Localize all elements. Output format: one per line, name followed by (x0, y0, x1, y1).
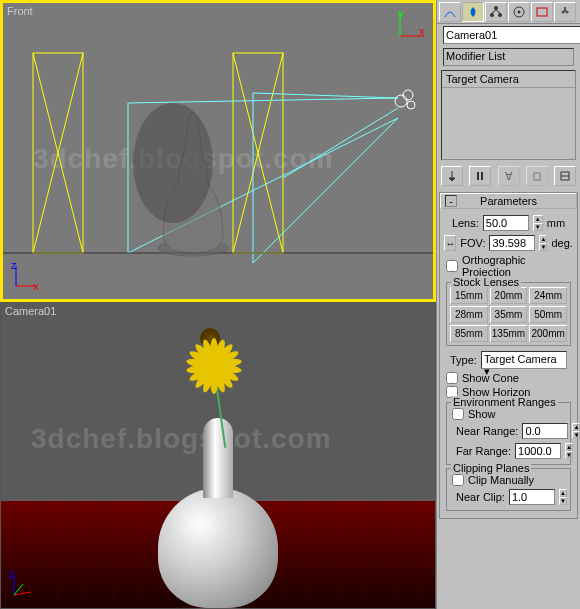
far-range-label: Far Range: (456, 445, 511, 457)
svg-text:z: z (11, 261, 17, 271)
svg-point-12 (133, 103, 213, 223)
far-range-input[interactable] (515, 443, 561, 459)
vase-object (153, 408, 283, 608)
camera-type-dropdown[interactable]: Target Camera ▾ (481, 351, 567, 369)
clip-manually-checkbox[interactable] (452, 474, 464, 486)
lens-spinner[interactable]: ▲▼ (533, 215, 543, 231)
parameters-header[interactable]: - Parameters (440, 193, 577, 209)
pin-stack-button[interactable] (441, 166, 463, 186)
near-clip-input[interactable] (509, 489, 555, 505)
svg-point-8 (403, 90, 413, 100)
tab-utilities[interactable] (554, 2, 576, 22)
env-show-checkbox[interactable] (452, 408, 464, 420)
lens-24mm[interactable]: 24mm (529, 287, 567, 304)
svg-rect-30 (537, 8, 547, 16)
modifier-stack[interactable]: Target Camera (441, 70, 576, 160)
near-range-spinner[interactable]: ▲▼ (572, 423, 580, 439)
command-panel: Modifier List Target Camera ∀ - Paramete… (436, 0, 580, 609)
svg-text:y: y (398, 9, 404, 19)
tab-hierarchy[interactable] (485, 2, 507, 22)
object-name-field[interactable] (443, 26, 580, 44)
svg-point-29 (518, 11, 521, 14)
lens-135mm[interactable]: 135mm (490, 325, 528, 342)
tab-modify[interactable] (462, 2, 484, 22)
svg-text:x: x (419, 25, 425, 37)
viewport-camera[interactable]: Camera01 3dchef.blogspot.com (0, 302, 436, 609)
tab-create[interactable] (439, 2, 461, 22)
lens-200mm[interactable]: 200mm (529, 325, 567, 342)
tab-motion[interactable] (508, 2, 530, 22)
remove-modifier-button[interactable] (526, 166, 548, 186)
front-scene (3, 3, 433, 299)
near-range-label: Near Range: (456, 425, 518, 437)
stock-lenses-group: Stock Lenses 15mm 20mm 24mm 28mm 35mm 50… (446, 282, 571, 346)
type-label: Type: (450, 354, 477, 366)
fov-spinner[interactable]: ▲▼ (539, 235, 547, 251)
fov-direction-button[interactable]: ↔ (444, 235, 456, 251)
svg-rect-32 (481, 172, 483, 180)
viewport-label-front: Front (7, 5, 33, 17)
lens-50mm[interactable]: 50mm (529, 306, 567, 323)
svg-rect-31 (477, 172, 479, 180)
near-clip-spinner[interactable]: ▲▼ (559, 489, 567, 505)
tab-display[interactable] (531, 2, 553, 22)
svg-line-6 (283, 108, 398, 178)
show-end-result-button[interactable] (469, 166, 491, 186)
parameters-rollout: - Parameters Lens: ▲▼ mm ↔ FOV: ▲▼ deg. (439, 192, 578, 519)
viewport-front[interactable]: Front 3dchef.blogspot.com (0, 0, 436, 302)
lens-label: Lens: (452, 217, 479, 229)
stack-item-camera[interactable]: Target Camera (442, 71, 575, 88)
svg-point-9 (407, 101, 415, 109)
far-range-spinner[interactable]: ▲▼ (565, 443, 573, 459)
command-panel-tabs (437, 0, 580, 24)
orthographic-checkbox[interactable] (446, 260, 458, 272)
orthographic-label: Orthographic Projection (462, 254, 571, 278)
lens-input[interactable] (483, 215, 529, 231)
viewport-label-camera: Camera01 (5, 305, 56, 317)
near-clip-label: Near Clip: (456, 491, 505, 503)
lens-28mm[interactable]: 28mm (450, 306, 488, 323)
environment-ranges-group: Environment Ranges Show Near Range: ▲▼ F… (446, 402, 571, 465)
svg-text:z: z (9, 570, 15, 580)
svg-point-25 (494, 6, 498, 10)
configure-sets-button[interactable] (554, 166, 576, 186)
svg-point-27 (498, 13, 502, 17)
svg-rect-33 (534, 173, 540, 180)
view-gizmo-top-right[interactable]: xy (397, 9, 427, 39)
svg-point-7 (395, 95, 407, 107)
near-range-input[interactable] (522, 423, 568, 439)
lens-85mm[interactable]: 85mm (450, 325, 488, 342)
axis-tripod-front: xz (11, 261, 41, 291)
fov-label: FOV: (460, 237, 485, 249)
lens-35mm[interactable]: 35mm (490, 306, 528, 323)
lens-20mm[interactable]: 20mm (490, 287, 528, 304)
make-unique-button[interactable]: ∀ (498, 166, 520, 186)
modifier-list-dropdown[interactable]: Modifier List (443, 48, 574, 66)
collapse-icon: - (445, 195, 457, 207)
fov-input[interactable] (489, 235, 535, 251)
lens-15mm[interactable]: 15mm (450, 287, 488, 304)
svg-point-26 (490, 13, 494, 17)
clipping-planes-group: Clipping Planes Clip Manually Near Clip:… (446, 468, 571, 511)
show-cone-checkbox[interactable] (446, 372, 458, 384)
axis-tripod-camera: z (9, 570, 39, 600)
svg-text:x: x (33, 280, 39, 291)
